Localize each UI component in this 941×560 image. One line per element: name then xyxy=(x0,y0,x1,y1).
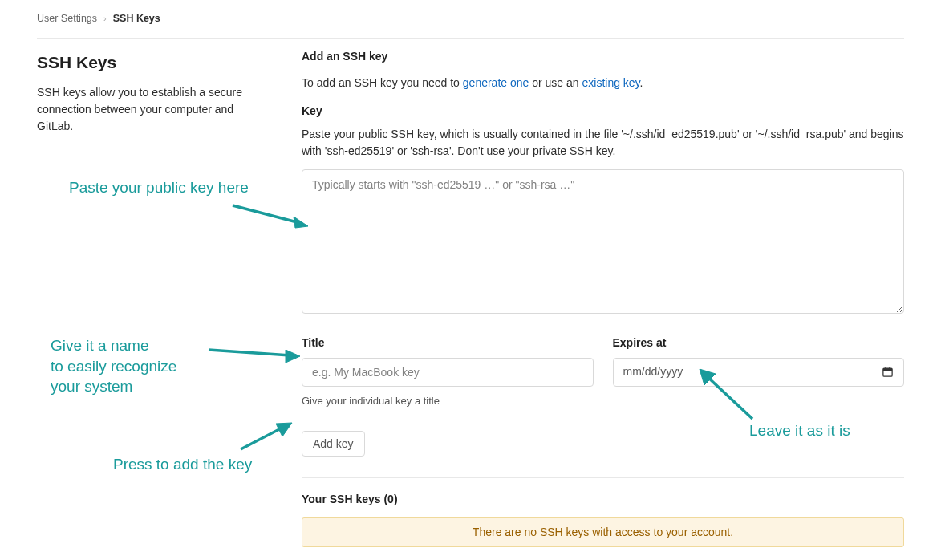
intro-text-end: . xyxy=(640,76,643,89)
page-title: SSH Keys xyxy=(37,50,273,75)
breadcrumb-current: SSH Keys xyxy=(113,11,160,26)
existing-key-link[interactable]: existing key xyxy=(582,76,640,89)
date-placeholder-text: mm/dd/yyyy xyxy=(623,363,683,380)
form-section-title: Add an SSH key xyxy=(302,48,904,65)
title-field-label: Title xyxy=(302,335,594,351)
page-description: SSH keys allow you to establish a secure… xyxy=(37,84,273,135)
add-key-button[interactable]: Add key xyxy=(302,431,365,457)
generate-key-link[interactable]: generate one xyxy=(463,76,529,89)
title-help-text: Give your individual key a title xyxy=(302,393,594,409)
key-help-text: Paste your public SSH key, which is usua… xyxy=(302,126,904,160)
empty-keys-notice: There are no SSH keys with access to you… xyxy=(302,517,904,547)
divider xyxy=(302,477,904,478)
intro-text: To add an SSH key you need to xyxy=(302,76,463,89)
form-intro: To add an SSH key you need to generate o… xyxy=(302,75,904,91)
breadcrumb: User Settings › SSH Keys xyxy=(37,8,904,39)
svg-rect-1 xyxy=(883,368,892,371)
intro-text-mid: or use an xyxy=(529,76,582,89)
svg-rect-2 xyxy=(885,367,886,370)
calendar-icon xyxy=(882,366,894,378)
svg-rect-3 xyxy=(889,367,890,370)
breadcrumb-parent[interactable]: User Settings xyxy=(37,11,97,26)
key-field-label: Key xyxy=(302,103,904,120)
ssh-keys-list-heading: Your SSH keys (0) xyxy=(302,491,904,508)
settings-sidebar: SSH Keys SSH keys allow you to establish… xyxy=(37,48,273,548)
chevron-right-icon: › xyxy=(103,12,107,26)
main-content: Add an SSH key To add an SSH key you nee… xyxy=(302,48,904,548)
title-input[interactable] xyxy=(302,358,594,387)
expires-field-label: Expires at xyxy=(613,335,905,351)
expires-date-input[interactable]: mm/dd/yyyy xyxy=(613,358,905,387)
ssh-key-textarea[interactable] xyxy=(302,169,904,314)
